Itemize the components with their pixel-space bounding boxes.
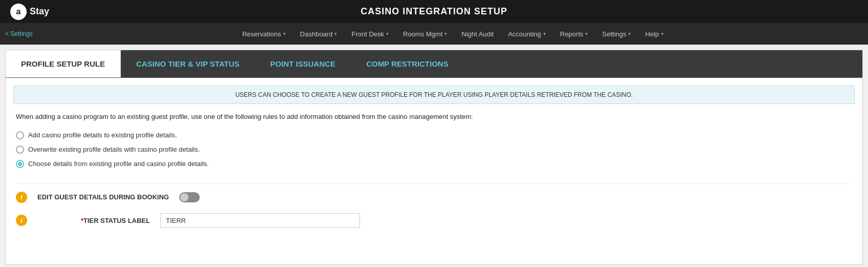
chevron-down-icon: ▾ [444,31,447,36]
chevron-down-icon: ▾ [386,31,389,36]
radio-group: Add casino profile details to existing p… [16,131,852,168]
chevron-down-icon: ▾ [334,31,337,36]
nav-item-dashboard[interactable]: Dashboard ▾ [293,23,345,45]
nav-item-reservations[interactable]: Reservations ▾ [235,23,293,45]
setting-row-toggle: i EDIT GUEST DETAILS DURING BOOKING [16,192,852,203]
page-title: CASINO INTEGRATION SETUP [361,6,507,17]
nav-item-reports[interactable]: Reports ▾ [553,23,596,45]
tier-label: *TIER STATUS LABEL [37,217,150,224]
tab-profile-setup-rule[interactable]: PROFILE SETUP RULE [6,50,121,77]
main-content: PROFILE SETUP RULE CASINO TIER & VIP STA… [5,50,863,265]
chevron-down-icon: ▾ [628,31,631,36]
info-banner: USERS CAN CHOOSE TO CREATE A NEW GUEST P… [13,86,855,104]
chevron-down-icon: ▾ [585,31,588,36]
nav-item-help[interactable]: Help ▾ [638,23,671,45]
chevron-down-icon: ▾ [661,31,664,36]
logo-icon: a [10,4,27,20]
tab-comp-restrictions[interactable]: COMP RESTRICTIONS [351,50,464,77]
edit-guest-toggle[interactable] [179,192,200,202]
tab-casino-tier-vip[interactable]: CASINO TIER & VIP STATUS [121,50,255,77]
nav-item-frontdesk[interactable]: Front Desk ▾ [344,23,396,45]
radio-option-0[interactable]: Add casino profile details to existing p… [16,131,852,139]
nav-item-nightaudit[interactable]: Night Audit [454,23,501,45]
top-bar: a Stay CASINO INTEGRATION SETUP [0,0,868,23]
logo-letter: a [16,7,21,16]
settings-section: i EDIT GUEST DETAILS DURING BOOKING i *T… [16,192,852,228]
nav-bar: < Settings Reservations ▾ Dashboard ▾ Fr… [0,23,868,45]
logo-area: a Stay [10,4,49,20]
toggle-label: EDIT GUEST DETAILS DURING BOOKING [37,193,169,201]
radio-circle-0[interactable] [16,131,24,139]
radio-option-1[interactable]: Overwrite existing profile details with … [16,146,852,154]
content-area: When adding a casino program to an exist… [6,107,862,238]
divider [16,183,852,184]
settings-back-link[interactable]: < Settings [5,30,33,37]
info-icon-tier: i [16,215,27,226]
chevron-down-icon: ▾ [543,31,546,36]
radio-option-2[interactable]: Choose details from existing profile and… [16,160,852,168]
logo-text: Stay [30,6,49,17]
setting-row-tier: i *TIER STATUS LABEL [16,213,852,228]
rule-description: When adding a casino program to an exist… [16,112,852,122]
nav-item-accounting[interactable]: Accounting ▾ [501,23,553,45]
nav-items: Reservations ▾ Dashboard ▾ Front Desk ▾ … [43,23,863,45]
nav-item-roomsmgmt[interactable]: Rooms Mgmt ▾ [396,23,454,45]
tier-status-input[interactable] [160,213,360,228]
nav-item-settings[interactable]: Settings ▾ [595,23,638,45]
chevron-down-icon: ▾ [283,31,286,36]
info-icon-toggle: i [16,192,27,203]
tab-point-issuance[interactable]: POINT ISSUANCE [255,50,351,77]
radio-circle-1[interactable] [16,146,24,154]
radio-circle-2[interactable] [16,160,24,168]
tab-bar: PROFILE SETUP RULE CASINO TIER & VIP STA… [6,50,862,78]
